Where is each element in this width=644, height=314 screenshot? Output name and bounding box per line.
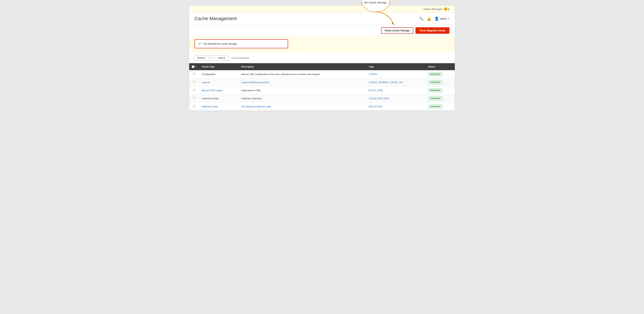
row-checkbox[interactable] (193, 73, 195, 75)
row-checkbox-cell[interactable] (189, 94, 199, 102)
row-cache-type: Configuration (199, 70, 238, 78)
tag-link[interactable]: REFLECTION (369, 105, 382, 108)
row-description: Page blocks HTML. (238, 86, 366, 94)
row-checkbox-cell[interactable] (189, 102, 199, 111)
row-description: Layout building instructions. (238, 78, 366, 86)
table-header-description: Description (238, 63, 366, 70)
row-cache-type: Collections Data (199, 94, 238, 102)
row-status: ENABLED (426, 86, 455, 94)
row-description: API interfaces reflection data. (238, 102, 366, 111)
row-checkbox-cell[interactable] (189, 78, 199, 86)
header-actions: 🔍 🔔 👤 admin ▼ (419, 16, 450, 21)
page-header: Cache Management 🔍 🔔 👤 admin ▼ (189, 12, 455, 25)
refresh-button-group[interactable]: Refresh ▼ (194, 55, 213, 61)
records-count: 12 records found (232, 56, 249, 59)
flush-magento-cache-button[interactable]: Flush Magento Cache (416, 27, 450, 34)
page-wrapper: System Messages: ! 1 Cache Management 🔍 … (189, 5, 455, 111)
row-tags: CONFIG (366, 70, 426, 78)
table-header-tags: Tags (366, 63, 426, 70)
cache-type-link[interactable]: Blocks HTML output (202, 89, 223, 92)
status-badge: ENABLED (428, 104, 442, 108)
description-link[interactable]: API interfaces reflection data. (241, 105, 272, 108)
row-checkbox-cell[interactable] (189, 70, 199, 78)
table-header-row: ▼ Cache Type Description Tags Status (189, 63, 455, 70)
table-row: Reflection Data API interfaces reflectio… (189, 102, 455, 111)
row-tags: BLOCK_HTML (366, 86, 426, 94)
status-badge: ENABLED (428, 80, 442, 84)
status-badge: ENABLED (428, 72, 442, 76)
table-header-status: Status (426, 63, 455, 70)
row-checkbox[interactable] (193, 105, 195, 107)
description-text: Collection data files. (241, 97, 262, 100)
description-link[interactable]: Layout building instructions. (241, 81, 270, 84)
system-messages-count: 1 (448, 8, 450, 10)
row-description: Various XML configurations that were col… (238, 70, 366, 78)
search-icon[interactable]: 🔍 (419, 16, 424, 21)
table-row: Collections Data Collection data files. … (189, 94, 455, 102)
row-status: ENABLED (426, 70, 455, 78)
user-menu[interactable]: 👤 admin ▼ (434, 16, 450, 21)
cache-type-text: Configuration (202, 73, 216, 76)
tag-link[interactable]: CONFIG (369, 73, 377, 76)
success-message-bar: ✔ You flushed the cache storage. (189, 36, 455, 53)
toolbar: Click here to flush the Cache Storage. F… (189, 25, 455, 36)
cache-type-link[interactable]: Layouts (202, 81, 210, 84)
table-header-cache-type: Cache Type (199, 63, 238, 70)
tag-link[interactable]: COLLECTION_DATA (369, 97, 389, 100)
chevron-down-icon: ▼ (448, 17, 450, 19)
cache-type-link[interactable]: Reflection Data (202, 105, 218, 108)
row-cache-type: Blocks HTML output (199, 86, 238, 94)
cache-table: ▼ Cache Type Description Tags Status Con… (189, 63, 455, 111)
action-bar: Refresh ▼ Submit 12 records found (189, 53, 455, 63)
select-all-dropdown[interactable]: ▼ (195, 66, 197, 68)
table-row: Blocks HTML output Page blocks HTML. BLO… (189, 86, 455, 94)
tag-link[interactable]: BLOCK_HTML (369, 89, 383, 92)
table-row: Configuration Various XML configurations… (189, 70, 455, 78)
submit-button[interactable]: Submit (215, 55, 228, 61)
user-avatar-icon: 👤 (434, 16, 439, 21)
row-checkbox[interactable] (193, 97, 195, 99)
table-row: Layouts Layout building instructions. LA… (189, 78, 455, 86)
row-status: ENABLED (426, 94, 455, 102)
success-message-box: ✔ You flushed the cache storage. (194, 39, 288, 48)
callout-text: Click here to flush the Cache Storage. (364, 0, 388, 4)
cache-type-text: Collections Data (202, 97, 219, 100)
status-badge: ENABLED (428, 96, 442, 100)
row-tags: COLLECTION_DATA (366, 94, 426, 102)
row-checkbox[interactable] (193, 89, 195, 91)
table-header-checkbox[interactable]: ▼ (189, 63, 199, 70)
row-checkbox[interactable] (193, 81, 195, 83)
row-status: ENABLED (426, 102, 455, 111)
row-cache-type: Reflection Data (199, 102, 238, 111)
table-body: Configuration Various XML configurations… (189, 70, 455, 111)
row-description: Collection data files. (238, 94, 366, 102)
tag-link[interactable]: LAYOUT_GENERAL_CACHE_TAG (369, 81, 403, 84)
success-message-text: You flushed the cache storage. (203, 42, 238, 45)
row-tags: REFLECTION (366, 102, 426, 111)
page-title: Cache Management (194, 16, 237, 21)
system-messages-bar: System Messages: ! 1 (189, 5, 455, 12)
notification-icon[interactable]: 🔔 (427, 16, 431, 21)
select-all-checkbox[interactable] (192, 65, 194, 68)
row-checkbox-cell[interactable] (189, 86, 199, 94)
warning-icon: ! (444, 7, 448, 10)
description-text: Various XML configurations that were col… (241, 73, 320, 76)
row-status: ENABLED (426, 78, 455, 86)
row-tags: LAYOUT_GENERAL_CACHE_TAG (366, 78, 426, 86)
row-cache-type: Layouts (199, 78, 238, 86)
status-badge: ENABLED (428, 88, 442, 92)
user-name: admin (440, 17, 447, 20)
refresh-dropdown-arrow[interactable]: ▼ (208, 56, 213, 60)
check-icon: ✔ (198, 42, 201, 46)
description-text: Page blocks HTML. (241, 89, 262, 92)
system-messages-label: System Messages: (423, 8, 443, 10)
flush-cache-storage-button[interactable]: Flush Cache Storage (381, 27, 413, 34)
refresh-button[interactable]: Refresh (195, 55, 208, 60)
